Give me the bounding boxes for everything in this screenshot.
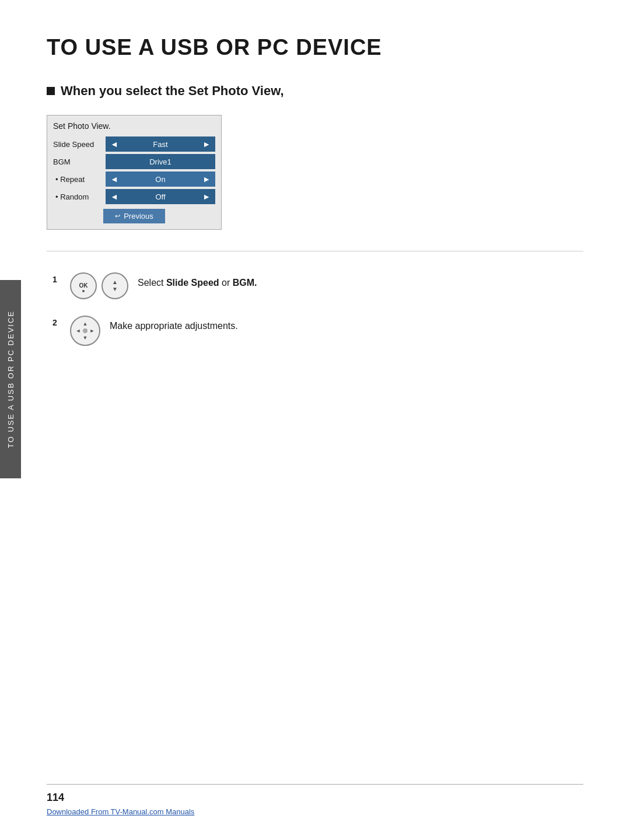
footer: 114 Downloaded From TV-Manual.com Manual… <box>47 784 583 817</box>
page-number: 114 <box>47 792 583 804</box>
step-1-text: Select Slide Speed or BGM. <box>138 272 257 290</box>
repeat-control[interactable]: ◄ On ► <box>106 172 215 187</box>
footer-link[interactable]: Downloaded From TV-Manual.com Manuals <box>47 807 194 816</box>
bgm-value: Drive1 <box>109 158 212 166</box>
page-title: TO USE A USB OR PC DEVICE <box>47 35 583 60</box>
bgm-control[interactable]: Drive1 <box>106 154 215 169</box>
instructions-section: 1 OK ▲ ▼ Select Slide Sp <box>47 272 583 346</box>
side-tab: TO USE A USB OR PC DEVICE <box>0 280 21 478</box>
repeat-right-arrow[interactable]: ► <box>201 175 212 183</box>
nav-down-arrow: ▼ <box>112 286 118 292</box>
section-heading: When you select the Set Photo View, <box>47 83 583 99</box>
previous-icon: ↩ <box>115 212 120 220</box>
nav-up-arrow: ▲ <box>112 279 118 285</box>
section-divider <box>47 251 583 251</box>
nav-4way-up: ▲ <box>83 321 88 327</box>
instruction-step-1: 1 OK ▲ ▼ Select Slide Sp <box>52 272 583 299</box>
instruction-step-2: 2 ▲ ◄ ► ▼ Make app <box>52 316 583 346</box>
step-2-text: Make appropriate adjustments. <box>110 316 238 333</box>
step-2-icons: ▲ ◄ ► ▼ <box>70 316 100 346</box>
repeat-label: Repeat <box>53 175 106 184</box>
repeat-left-arrow[interactable]: ◄ <box>109 175 120 183</box>
slide-speed-left-arrow[interactable]: ◄ <box>109 140 120 148</box>
random-row: Random ◄ Off ► <box>53 189 215 204</box>
ok-text: OK <box>79 283 88 289</box>
previous-row: ↩ Previous <box>53 209 215 223</box>
ok-dot <box>82 290 85 292</box>
repeat-value: On <box>123 175 198 184</box>
previous-label: Previous <box>124 212 153 220</box>
step-1-icons: OK ▲ ▼ <box>70 272 128 299</box>
ok-button-icon: OK <box>70 272 97 299</box>
bullet-icon <box>47 87 55 95</box>
footer-divider <box>47 784 583 785</box>
random-value: Off <box>123 192 198 201</box>
random-control[interactable]: ◄ Off ► <box>106 189 215 204</box>
nav-4way-left: ◄ <box>76 328 81 334</box>
random-right-arrow[interactable]: ► <box>201 192 212 201</box>
set-photo-view-panel: Set Photo View. Slide Speed ◄ Fast ► BGM… <box>47 115 222 230</box>
previous-button[interactable]: ↩ Previous <box>103 209 165 223</box>
random-label: Random <box>53 192 106 201</box>
menu-panel-title: Set Photo View. <box>53 121 215 131</box>
bgm-row: BGM Drive1 <box>53 154 215 169</box>
slide-speed-value: Fast <box>123 140 198 149</box>
nav-center-dot <box>83 328 88 333</box>
step-1-number: 1 <box>52 272 61 284</box>
repeat-row: Repeat ◄ On ► <box>53 172 215 187</box>
section-heading-text: When you select the Set Photo View, <box>61 83 284 99</box>
slide-speed-control[interactable]: ◄ Fast ► <box>106 136 215 152</box>
slide-speed-row: Slide Speed ◄ Fast ► <box>53 136 215 152</box>
nav-4way-down: ▼ <box>83 335 88 341</box>
nav-vertical-icon: ▲ ▼ <box>102 272 128 299</box>
bgm-label: BGM <box>53 158 106 166</box>
nav-4way-right: ► <box>90 328 95 334</box>
random-left-arrow[interactable]: ◄ <box>109 192 120 201</box>
step-2-number: 2 <box>52 316 61 327</box>
nav-4way-icon: ▲ ◄ ► ▼ <box>70 316 100 346</box>
slide-speed-label: Slide Speed <box>53 140 106 149</box>
side-tab-text: TO USE A USB OR PC DEVICE <box>6 310 15 448</box>
slide-speed-right-arrow[interactable]: ► <box>201 140 212 148</box>
